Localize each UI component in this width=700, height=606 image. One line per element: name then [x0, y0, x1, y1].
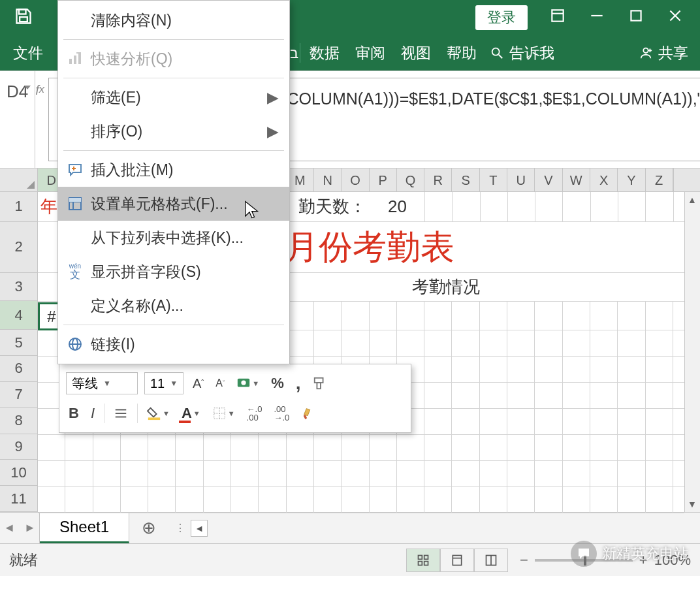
- bold-button[interactable]: B: [66, 405, 82, 422]
- increase-font-icon[interactable]: Aˆ: [190, 376, 206, 391]
- menu-define-name[interactable]: 定义名称(A)...: [58, 289, 289, 323]
- menu-show-phonetic[interactable]: wén文 显示拼音字段(S): [58, 255, 289, 289]
- row-header[interactable]: 11: [0, 486, 38, 512]
- column-header[interactable]: Q: [397, 168, 424, 191]
- column-header[interactable]: T: [480, 168, 507, 191]
- row-header[interactable]: 5: [0, 330, 38, 356]
- menu-filter[interactable]: 筛选(E)▶: [58, 80, 289, 114]
- menu-link[interactable]: 链接(I): [58, 327, 289, 361]
- font-name: 等线: [72, 375, 98, 392]
- vertical-scrollbar[interactable]: ▲ ▼: [684, 192, 700, 512]
- fx-icon[interactable]: fx: [35, 71, 44, 168]
- tell-me-search[interactable]: 告诉我: [490, 43, 554, 63]
- scroll-up-icon[interactable]: ▲: [688, 195, 697, 205]
- menu-insert-comment[interactable]: 插入批注(M): [58, 153, 289, 187]
- attendance-status-header: 考勤情况: [412, 276, 480, 298]
- share-label: 共享: [658, 43, 688, 63]
- submenu-arrow-icon: ▶: [267, 123, 279, 140]
- column-header[interactable]: S: [452, 168, 479, 191]
- row-header[interactable]: 7: [0, 382, 38, 408]
- column-header[interactable]: U: [507, 168, 535, 191]
- row-header[interactable]: 1: [0, 192, 38, 222]
- row-header[interactable]: 6: [0, 356, 38, 382]
- sheet-nav[interactable]: ◄►: [0, 521, 39, 535]
- column-header[interactable]: X: [590, 168, 618, 191]
- menu-label: 插入批注(M): [91, 160, 173, 180]
- align-icon[interactable]: [111, 406, 131, 421]
- tab-file[interactable]: 文件: [0, 35, 56, 71]
- format-painter-icon[interactable]: [310, 376, 330, 391]
- phonetic-icon: wén文: [66, 263, 84, 281]
- svg-rect-14: [424, 555, 428, 559]
- row-header[interactable]: 8: [0, 408, 38, 434]
- menu-label: 定义名称(A)...: [91, 296, 183, 316]
- borders-icon[interactable]: ▼: [210, 406, 238, 421]
- decrease-decimal-icon[interactable]: .00 →.0: [271, 405, 292, 422]
- row-header[interactable]: 9: [0, 434, 38, 460]
- row-header[interactable]: 4: [0, 301, 38, 330]
- row-header[interactable]: 10: [0, 460, 38, 486]
- tab-data[interactable]: 数据: [302, 35, 347, 71]
- context-menu: 清除内容(N) 快速分析(Q) 筛选(E)▶ 排序(O)▶ 插入批注(M) 设置…: [57, 0, 290, 364]
- accounting-format-icon[interactable]: ▼: [234, 376, 262, 391]
- tab-help[interactable]: 帮助: [439, 35, 485, 71]
- tab-hidden-letter: ב: [290, 44, 298, 62]
- menu-label: 快速分析(Q): [91, 49, 172, 69]
- column-header[interactable]: N: [314, 168, 342, 191]
- share-button[interactable]: 共享: [639, 43, 700, 63]
- column-header[interactable]: W: [563, 168, 590, 191]
- column-header[interactable]: R: [424, 168, 452, 191]
- svg-rect-29: [69, 198, 81, 202]
- comma-format-icon[interactable]: ,: [293, 373, 304, 394]
- attendance-days-value: 20: [388, 197, 407, 217]
- horizontal-scrollbar[interactable]: ⋮ ◄: [168, 520, 700, 537]
- view-normal-button[interactable]: [406, 549, 440, 572]
- italic-button[interactable]: I: [88, 405, 97, 422]
- svg-rect-22: [74, 56, 76, 64]
- view-page-break-button[interactable]: [474, 549, 508, 572]
- font-size-combo[interactable]: 11▼: [144, 372, 183, 394]
- mini-toolbar: 等线▼ 11▼ Aˆ Aˇ ▼ % , B I ▼ A▼ ▼ ←.0 .00 .…: [59, 364, 411, 433]
- status-ready: 就绪: [9, 550, 38, 570]
- menu-sort[interactable]: 排序(O)▶: [58, 114, 289, 148]
- row-header[interactable]: 3: [0, 273, 38, 302]
- increase-decimal-icon[interactable]: ←.0 .00: [244, 405, 265, 422]
- column-header[interactable]: Y: [618, 168, 645, 191]
- add-sheet-button[interactable]: ⊕: [129, 518, 168, 538]
- zoom-out-button[interactable]: −: [520, 552, 528, 569]
- view-page-layout-button[interactable]: [440, 549, 474, 572]
- tab-review[interactable]: 审阅: [347, 35, 393, 71]
- sheet-title: 月份考勤表: [285, 222, 454, 272]
- column-header[interactable]: P: [370, 168, 397, 191]
- sheet-tab-sheet1[interactable]: Sheet1: [40, 513, 129, 543]
- scroll-down-icon[interactable]: ▼: [688, 499, 697, 509]
- minimize-button[interactable]: [577, 7, 616, 28]
- menu-pick-from-dropdown[interactable]: 从下拉列表中选择(K)...: [58, 221, 289, 255]
- font-color-icon[interactable]: A▼: [179, 405, 203, 422]
- tab-view[interactable]: 视图: [393, 35, 439, 71]
- format-painter-icon-2[interactable]: [298, 406, 318, 421]
- login-button[interactable]: 登录: [475, 5, 528, 30]
- decrease-font-icon[interactable]: Aˇ: [213, 377, 227, 389]
- row-header[interactable]: 2: [0, 222, 38, 273]
- fill-color-icon[interactable]: ▼: [144, 406, 172, 421]
- column-header[interactable]: Z: [646, 168, 673, 191]
- menu-clear-contents[interactable]: 清除内容(N): [58, 3, 289, 37]
- name-box[interactable]: D4: [0, 71, 35, 168]
- svg-point-10: [643, 48, 648, 53]
- tell-me-label: 告诉我: [509, 43, 554, 63]
- watermark-text: 新精英充电站: [602, 544, 688, 564]
- column-header[interactable]: O: [342, 168, 369, 191]
- font-name-combo[interactable]: 等线▼: [66, 372, 138, 394]
- column-header[interactable]: M: [287, 168, 314, 191]
- link-icon: [66, 335, 84, 353]
- percent-format-icon[interactable]: %: [268, 375, 287, 392]
- attendance-days-label: 勤天数：: [298, 195, 366, 218]
- select-all-button[interactable]: [0, 168, 38, 191]
- svg-rect-40: [148, 417, 160, 420]
- ribbon-options-icon[interactable]: [538, 7, 577, 28]
- close-button[interactable]: [656, 7, 695, 28]
- column-header[interactable]: V: [535, 168, 562, 191]
- menu-label: 排序(O): [91, 121, 142, 142]
- maximize-button[interactable]: [616, 7, 656, 28]
